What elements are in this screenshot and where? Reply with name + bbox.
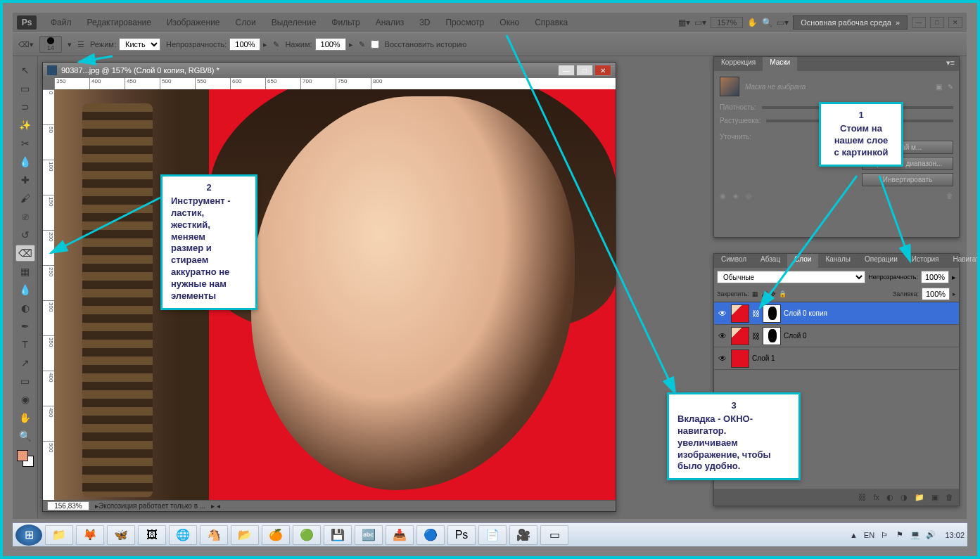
gradient-tool[interactable]: ▦ [15,263,35,280]
layer-thumbnail[interactable] [731,327,749,345]
stamp-tool[interactable]: ⎚ [15,208,35,225]
mask-trash-icon[interactable]: 🗑 [946,192,953,200]
dodge-tool[interactable]: ◐ [15,300,35,316]
new-layer-icon[interactable]: ▣ [931,493,938,502]
wand-tool[interactable]: ✨ [15,117,35,134]
doc-min[interactable]: — [558,65,575,76]
menu-view[interactable]: Просмотр [438,15,491,30]
tab-masks[interactable]: Маски [763,57,797,71]
marquee-tool[interactable]: ▭ [15,80,35,97]
layer-row[interactable]: 👁 Слой 1 [714,347,959,370]
vector-mask-icon[interactable]: ✎ [948,83,953,91]
doc-close[interactable]: ✕ [594,65,611,76]
fill-input[interactable] [922,288,950,300]
menu-filter[interactable]: Фильтр [324,15,367,30]
screen-mode-icon[interactable]: ▭▾ [694,18,706,27]
layer-row[interactable]: 👁 ⛓ Слой 0 копия [714,302,959,325]
tray-action-icon[interactable]: ⚑ [894,529,905,541]
tab-layers[interactable]: Слои [787,254,818,268]
layer-name[interactable]: Слой 1 [752,354,775,362]
tab-navigator[interactable]: Навигатор [946,254,980,268]
brush-tool[interactable]: 🖌 [15,190,35,207]
tab-actions[interactable]: Операции [858,254,905,268]
mask-thumbnail[interactable] [763,327,781,345]
menu-analysis[interactable]: Анализ [369,15,412,30]
add-mask-icon[interactable]: ◐ [886,493,893,502]
crop-tool[interactable]: ✂ [15,135,35,152]
layer-opacity-input[interactable] [921,271,949,283]
adjustment-icon[interactable]: ◑ [901,493,908,502]
heal-tool[interactable]: ✚ [15,172,35,188]
path-tool[interactable]: ↗ [15,354,35,371]
invert-button[interactable]: Инвертировать [862,173,953,186]
taskbar-app[interactable]: 🌐 [169,525,197,545]
taskbar-app[interactable]: 🍊 [262,525,290,545]
taskbar-app[interactable]: 🐴 [200,525,228,545]
taskbar-app[interactable]: 🦊 [76,525,104,545]
eyedropper-tool[interactable]: 💧 [15,153,35,170]
tablet-opacity-icon[interactable]: ✎ [273,40,279,49]
fx-icon[interactable]: fx [873,493,879,501]
tab-adjustments[interactable]: Коррекция [714,57,763,71]
document-title-bar[interactable]: 90387...jpg @ 157% (Слой 0 копия, RGB/8)… [43,63,616,78]
menu-file[interactable]: Файл [44,15,79,30]
visibility-icon[interactable]: 👁 [717,308,728,319]
taskbar-app[interactable]: 🔤 [355,525,383,545]
layer-thumbnail[interactable] [731,349,749,368]
move-tool[interactable]: ↖ [15,62,35,79]
taskbar-app[interactable]: 🔵 [416,525,445,545]
tray-clock[interactable]: 13:02 [945,531,965,539]
group-icon[interactable]: 📁 [915,493,924,502]
tab-character[interactable]: Символ [714,254,753,268]
eraser-tool[interactable]: ⌫ [15,245,35,262]
tray-flag-icon[interactable]: 🏳 [879,529,890,541]
lock-pos-icon[interactable]: ✥ [770,290,776,297]
restore-checkbox[interactable] [371,40,379,49]
tab-paragraph[interactable]: Абзац [753,254,787,268]
menu-edit[interactable]: Редактирование [80,15,158,30]
airbrush-icon[interactable]: ✎ [359,40,365,49]
brush-panel-icon[interactable]: ☰ [77,40,84,49]
history-brush-tool[interactable]: ↺ [15,226,35,243]
tray-vol-icon[interactable]: 🔊 [925,529,936,541]
menu-window[interactable]: Окно [492,15,526,30]
delete-layer-icon[interactable]: 🗑 [946,493,953,501]
taskbar-app[interactable]: 🖼 [138,525,166,545]
taskbar-app[interactable]: 📂 [231,525,259,545]
menu-3d[interactable]: 3D [412,15,437,30]
taskbar-app[interactable]: 📄 [478,525,507,545]
lock-all-icon[interactable]: 🔒 [779,290,787,297]
extra1-icon[interactable]: ▭▾ [777,18,789,27]
flow-input[interactable] [315,38,346,51]
lock-trans-icon[interactable]: ▦ [752,290,758,297]
taskbar-app[interactable]: 📁 [45,525,73,545]
taskbar-app[interactable]: ▭ [540,525,568,545]
win-min[interactable]: — [912,17,926,28]
taskbar-app[interactable]: 🟢 [293,525,321,545]
tray-net-icon[interactable]: 💻 [910,529,921,541]
taskbar-app[interactable]: Ps [447,525,476,545]
layer-name[interactable]: Слой 0 копия [784,309,827,317]
panel-menu-icon[interactable]: ▾≡ [942,57,959,71]
lasso-tool[interactable]: ⊃ [15,98,35,115]
workspace-button[interactable]: Основная рабочая среда» [793,15,908,30]
tab-history[interactable]: История [905,254,946,268]
mask-footer-icon2[interactable]: ◈ [733,192,739,200]
link-layers-icon[interactable]: ⛓ [858,493,866,501]
tray-up-icon[interactable]: ▲ [848,529,859,541]
blur-tool[interactable]: 💧 [15,281,35,298]
layer-thumbnail[interactable] [731,304,749,323]
menu-help[interactable]: Справка [528,15,575,30]
taskbar-app[interactable]: 📥 [386,525,414,545]
menu-layers[interactable]: Слои [229,15,263,30]
visibility-icon[interactable]: 👁 [717,353,728,364]
canvas[interactable] [54,89,616,500]
pixel-mask-icon[interactable]: ▣ [936,83,942,91]
zoom-value[interactable]: 157% [711,17,743,28]
menu-image[interactable]: Изображение [160,15,227,30]
doc-max[interactable]: □ [576,65,593,76]
visibility-icon[interactable]: 👁 [717,330,728,342]
color-swatch[interactable] [17,450,34,467]
doc-arrange-icon[interactable]: ▦▾ [678,18,690,27]
menu-select[interactable]: Выделение [265,15,324,30]
